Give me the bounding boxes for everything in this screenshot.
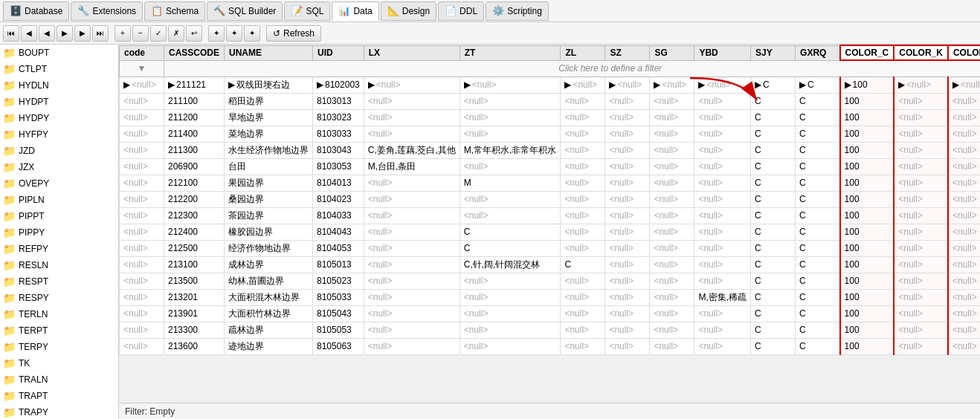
table-row[interactable]: <null>213500幼林,苗圃边界8105023<null><null><n… [120,273,981,289]
table-row[interactable]: <null>211200旱地边界8103023<null><null><null… [120,109,981,126]
refresh-button[interactable]: ↺ Refresh [266,25,321,42]
tab-sql-builder[interactable]: 🔨 SQL Builder [207,1,283,21]
sidebar-item-pippy[interactable]: 📁PIPPY [0,224,118,241]
sidebar-item-tk[interactable]: 📁TK [0,355,118,371]
nav-remove-button[interactable]: − [132,25,149,42]
column-header-uname[interactable]: UNAME [225,45,313,60]
null-value: <null> [898,129,923,139]
tab-data[interactable]: 📊 Data [332,1,378,21]
table-row[interactable]: <null>212400橡胶园边界8104043<null>C<null><nu… [120,224,981,240]
cell-sz-10: <null> [605,240,650,256]
null-value: <null> [609,259,634,270]
sidebar-item-hydln[interactable]: 📁HYDLN [0,77,118,94]
sidebar-item-resln[interactable]: 📁RESLN [0,257,118,273]
table-row[interactable]: <null>211400菜地边界8103033<null><null><null… [120,126,981,142]
data-icon: 📊 [338,5,350,16]
nav-undo-button[interactable]: ↩ [186,25,202,42]
nav-add-button[interactable]: + [115,25,131,42]
column-header-color_m[interactable]: COLOR_M [948,45,980,60]
column-header-gxrq[interactable]: GXRQ [796,45,840,60]
nav-filter2-button[interactable]: ✦ [226,25,242,42]
table-row[interactable]: <null>212200桑园边界8104023<null><null><null… [120,191,981,207]
sidebar-item-refpy[interactable]: 📁REFPY [0,241,118,257]
column-header-ybd[interactable]: YBD [694,45,751,60]
cell-code-16: <null> [120,338,164,354]
cell-sg-11: <null> [650,256,694,273]
sidebar-item-boupt[interactable]: 📁BOUPT [0,45,118,61]
cell-uname-3: 菜地边界 [225,126,313,142]
sidebar-item-jzx[interactable]: 📁JZX [0,159,118,175]
table-row[interactable]: <null>213100成林边界8105013<null>C,针,阔,针阔混交林… [120,256,981,273]
tab-ddl[interactable]: 📄 DDL [438,1,484,21]
tab-schema[interactable]: 📋 Schema [144,1,205,21]
sidebar-item-traln[interactable]: 📁TRALN [0,371,118,388]
sidebar-item-hydpy[interactable]: 📁HYDPY [0,110,118,126]
table-row[interactable]: <null>206900台田8103053M,台田,条田<null><null>… [120,158,981,175]
cell-sz-12: <null> [605,273,650,289]
sidebar-item-jzd[interactable]: 📁JZD [0,143,118,159]
sidebar-item-trapt[interactable]: 📁TRAPT [0,388,118,404]
row-indicator: ▶ [799,79,806,90]
table-container[interactable]: codeCASSCODEUNAMEUIDLXZTZLSZSGYBDSJYGXRQ… [119,45,980,403]
sidebar-item-ovepy[interactable]: 📁OVEPY [0,175,118,192]
row-indicator: ▶ [564,79,571,90]
sidebar-item-hydpt[interactable]: 📁HYDPT [0,94,118,110]
sidebar-item-respy[interactable]: 📁RESPY [0,290,118,306]
nav-last-button[interactable]: ⏭ [92,25,109,42]
tab-extensions[interactable]: 🔧 Extensions [71,1,143,21]
column-header-code[interactable]: code [120,45,164,60]
table-row[interactable]: <null>213600迹地边界8105063<null><null><null… [120,338,981,354]
column-header-sjy[interactable]: SJY [751,45,796,60]
column-header-color_k[interactable]: COLOR_K [894,45,948,60]
tab-database[interactable]: 🗄️ Database [3,1,69,21]
table-row[interactable]: <null>212300茶园边界8104033<null><null><null… [120,207,981,224]
table-row[interactable]: <null>211300水生经济作物地边界8103043C,姜角,莲藕,茭白,其… [120,142,981,158]
design-icon: 📐 [387,5,399,16]
sidebar-item-hyfpy[interactable]: 📁HYFPY [0,126,118,143]
table-row[interactable]: <null>211100稻田边界8103013<null><null><null… [120,93,981,109]
nav-confirm-button[interactable]: ✓ [150,25,167,42]
column-header-sz[interactable]: SZ [605,45,650,60]
filter-funnel-icon[interactable]: ▼ [138,63,146,74]
sidebar-item-ctlpt[interactable]: 📁CTLPT [0,61,118,77]
column-header-color_c[interactable]: COLOR_C [840,45,894,60]
sidebar-item-pipln[interactable]: 📁PIPLN [0,192,118,208]
table-row[interactable]: <null>212100果园边界8104013<null>M<null><nul… [120,175,981,191]
sidebar-item-respt[interactable]: 📁RESPT [0,273,118,290]
table-row[interactable]: ▶<null>▶211121▶双线田埂右边▶8102003▶<null>▶<nu… [120,77,981,93]
sidebar-item-terpy[interactable]: 📁TERPY [0,339,118,355]
nav-next2-button[interactable]: ▶ [74,25,91,42]
cell-zt-12: <null> [460,273,561,289]
table-row[interactable]: <null>213201大面积混木林边界8105033<null><null><… [120,289,981,305]
sidebar-item-terpt[interactable]: 📁TERPT [0,322,118,339]
column-header-sg[interactable]: SG [650,45,694,60]
tab-design[interactable]: 📐 Design [381,1,436,21]
sidebar-item-terln[interactable]: 📁TERLN [0,306,118,322]
cell-sjy-2: C [751,109,796,126]
sidebar-item-pippt[interactable]: 📁PIPPT [0,208,118,224]
cell-color_c-1: 100 [840,93,894,109]
column-header-zl[interactable]: ZL [561,45,605,60]
nav-prev-button[interactable]: ◀ [21,25,37,42]
table-row[interactable]: <null>213901大面积竹林边界8105043<null><null><n… [120,305,981,322]
tab-scripting[interactable]: ⚙️ Scripting [486,1,549,21]
column-header-uid[interactable]: UID [313,45,364,60]
column-header-zt[interactable]: ZT [460,45,561,60]
nav-next-button[interactable]: ▶ [57,25,73,42]
null-value: <null> [952,341,977,351]
nav-filter3-button[interactable]: ✦ [244,25,260,42]
folder-icon: 📁 [3,194,16,206]
row-indicator: ▶ [123,79,130,90]
nav-filter-button[interactable]: ✦ [208,25,225,42]
nav-prev2-button[interactable]: ◀ [39,25,55,42]
column-header-lx[interactable]: LX [364,45,460,60]
table-row[interactable]: <null>213300疏林边界8105053<null><null><null… [120,322,981,338]
filter-cell-code: ▼ [120,60,164,77]
nav-cancel-button[interactable]: ✗ [168,25,184,42]
table-row[interactable]: <null>212500经济作物地边界8104053<null>C<null><… [120,240,981,256]
sidebar-item-trapy[interactable]: 📁TRAPY [0,404,118,419]
null-value: <null> [898,341,923,351]
nav-first-button[interactable]: ⏮ [3,25,19,42]
column-header-casscode[interactable]: CASSCODE [164,45,225,60]
tab-sql[interactable]: 📝 SQL [284,1,330,21]
